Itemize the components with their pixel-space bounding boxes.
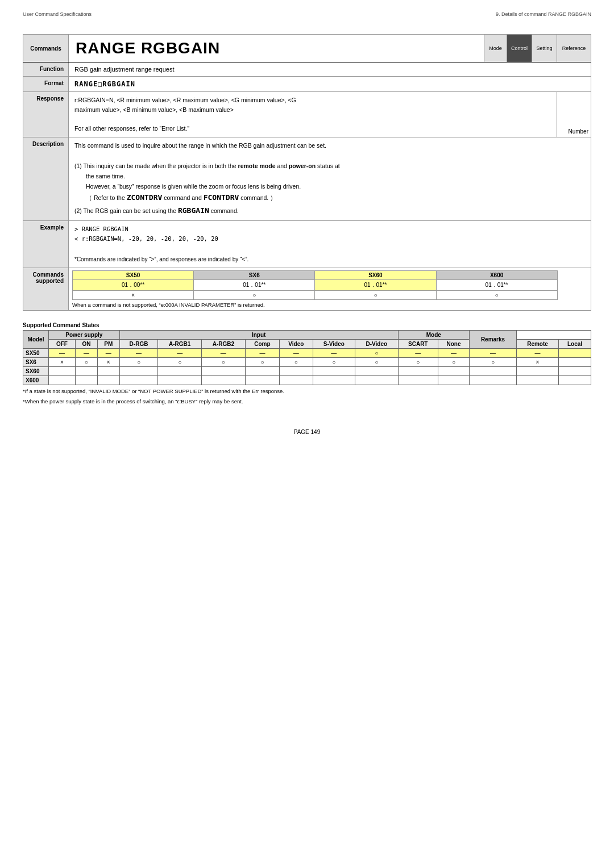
sx6-row: SX6 × ○ × ○ ○ ○ ○ ○ ○ ○ ○ ○ ○ × xyxy=(23,358,591,367)
desc-line-1: This command is used to inquire about th… xyxy=(74,141,585,151)
sx60-model: SX60 xyxy=(23,367,49,376)
model-sx6-header: SX6 xyxy=(194,271,315,280)
sx60-remarks xyxy=(559,367,591,376)
col-video: Video xyxy=(280,340,313,349)
sx60-drgb xyxy=(119,367,158,376)
response-line-4: For all other responses, refer to “Error… xyxy=(74,124,551,133)
commands-supported-row: Commands supported SX50 SX6 SX60 X600 01… xyxy=(23,268,591,311)
model-header-row: SX50 SX6 SX60 X600 xyxy=(73,271,587,280)
sx60-on xyxy=(75,367,97,376)
sx50-none: — xyxy=(438,349,469,358)
sx6-argb1: ○ xyxy=(158,358,202,367)
col-mode: Mode xyxy=(398,331,469,340)
x600-remote xyxy=(470,376,517,385)
col-off: OFF xyxy=(49,340,76,349)
sx6-version: 01．01** xyxy=(194,280,315,291)
col-remarks: Remarks xyxy=(470,331,517,349)
sx50-comp: — xyxy=(245,349,279,358)
desc-line-7: (2) The RGB gain can be set using the RG… xyxy=(74,205,585,217)
format-text: RANGE□RGBGAIN xyxy=(74,80,135,88)
col-svideo: S-Video xyxy=(313,340,355,349)
col-on: ON xyxy=(75,340,97,349)
sx60-argb1 xyxy=(158,367,202,376)
sx60-local xyxy=(517,367,559,376)
x600-argb2 xyxy=(202,376,246,385)
mode-header-reference: Reference xyxy=(557,35,591,62)
sx6-local: × xyxy=(517,358,559,367)
sx60-video xyxy=(280,367,313,376)
model-sx60-header: SX60 xyxy=(315,271,436,280)
response-row: Response r:RGBGAIN=N, <R minimum value>,… xyxy=(23,92,591,137)
model-support-table: SX50 SX6 SX60 X600 01．00** 01．01** 01．01… xyxy=(72,270,587,300)
sx6-remarks xyxy=(559,358,591,367)
commands-supported-content: SX50 SX6 SX60 X600 01．00** 01．01** 01．01… xyxy=(69,268,591,311)
desc-line-3: (1) This inquiry can be made when the pr… xyxy=(74,161,585,172)
sx60-none xyxy=(438,367,469,376)
desc-line-5: However, a “busy” response is given whil… xyxy=(86,182,585,192)
header-left: User Command Specifications xyxy=(23,11,92,17)
col-model: Model xyxy=(23,331,49,349)
page-number: PAGE 149 xyxy=(294,429,321,435)
sx6-dvideo: ○ xyxy=(355,358,398,367)
sx6-scart: ○ xyxy=(398,358,438,367)
response-line-1: r:RGBGAIN=N, <R minimum value>, <R maxim… xyxy=(74,95,551,105)
number-label: Number xyxy=(557,92,591,137)
sx60-scart xyxy=(398,367,438,376)
sx50-pm: — xyxy=(97,349,119,358)
supported-states-title: Supported Command States xyxy=(23,322,591,328)
x600-scart xyxy=(398,376,438,385)
response-content: r:RGBGAIN=N, <R minimum value>, <R maxim… xyxy=(69,92,557,137)
sx6-video: ○ xyxy=(280,358,313,367)
command-title: RANGE RGBGAIN xyxy=(69,35,484,62)
function-row: Function RGB gain adjustment range reque… xyxy=(23,62,591,77)
desc-line-2 xyxy=(74,151,585,161)
supported-states-section: Supported Command States Model Power sup… xyxy=(23,322,591,406)
model-version-row: 01．00** 01．01** 01．01** 01．01** xyxy=(73,280,587,291)
sx60-pm xyxy=(97,367,119,376)
x600-none xyxy=(438,376,469,385)
example-line-4: *Commands are indicated by “>”, and resp… xyxy=(74,254,585,264)
sx6-argb2: ○ xyxy=(202,358,246,367)
page-header: User Command Specifications 9. Details o… xyxy=(23,11,591,17)
x600-remarks xyxy=(559,376,591,385)
commands-label-text: Commands xyxy=(28,272,64,278)
sx60-remote xyxy=(470,367,517,376)
response-line-2: maximum value>, <B minimum value>, <B ma… xyxy=(74,105,551,115)
sx60-row: SX60 xyxy=(23,367,591,376)
sx6-model: SX6 xyxy=(23,358,49,367)
mode-header-mode: Mode xyxy=(484,35,507,62)
sx50-version: 01．00** xyxy=(73,280,194,291)
col-remote: Remote xyxy=(517,340,559,349)
col-argb2: A-RGB2 xyxy=(202,340,246,349)
desc-line-6: （ Refer to the ZCONTDRV command and FCON… xyxy=(86,191,585,204)
sx6-none: ○ xyxy=(438,358,469,367)
sx50-off: — xyxy=(49,349,76,358)
sx50-local: — xyxy=(517,349,559,358)
x600-dvideo xyxy=(355,376,398,385)
example-line-3 xyxy=(74,244,585,254)
x600-comp xyxy=(245,376,279,385)
sx50-video: — xyxy=(280,349,313,358)
sx6-svideo: ○ xyxy=(313,358,355,367)
col-input: Input xyxy=(119,331,398,340)
example-row: Example > RANGE RGBGAIN < r:RGBGAIN=N, -… xyxy=(23,220,591,268)
commands-supported-label: Commands supported xyxy=(23,268,69,311)
main-command-table: Commands RANGE RGBGAIN Mode Control Sett… xyxy=(23,34,591,311)
x600-on xyxy=(75,376,97,385)
sx50-dvideo: ○ xyxy=(355,349,398,358)
sx60-support: ○ xyxy=(315,291,436,300)
title-row: Commands RANGE RGBGAIN Mode Control Sett… xyxy=(23,35,591,62)
function-label: Function xyxy=(23,62,69,77)
sx60-svideo xyxy=(313,367,355,376)
supported-label-text: supported xyxy=(28,278,64,284)
sx6-remote: ○ xyxy=(470,358,517,367)
sx50-row: SX50 — — — — — — — — — ○ — — — — xyxy=(23,349,591,358)
col-scart: SCART xyxy=(398,340,438,349)
x600-pm xyxy=(97,376,119,385)
state-note-1: *If a state is not supported, “INVALID M… xyxy=(23,387,591,395)
sx50-on: — xyxy=(75,349,97,358)
x600-model: X600 xyxy=(23,376,49,385)
format-content: RANGE□RGBGAIN xyxy=(69,77,591,92)
sx60-version: 01．01** xyxy=(315,280,436,291)
supported-note: When a command is not supported, “e:000A… xyxy=(72,302,587,308)
